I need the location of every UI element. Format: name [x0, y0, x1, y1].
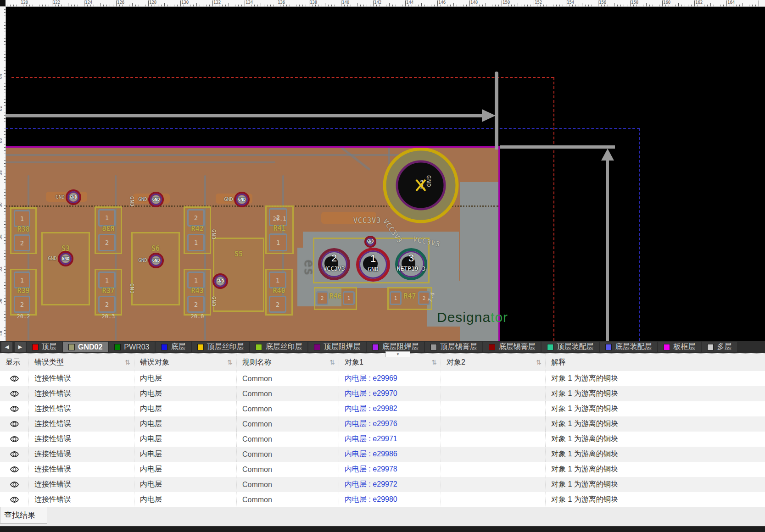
column-header-错误对象[interactable]: 错误对象⇅ — [134, 354, 236, 371]
mount-hole-pad[interactable]: 1 — [380, 144, 462, 227]
object1-link[interactable]: 内电层 : e29972 — [345, 480, 397, 489]
show-cell — [0, 462, 28, 477]
table-row[interactable]: 连接性错误内电层Common内电层 : e29976对象 1 为游离的铜块 — [0, 416, 765, 432]
column-header-规则名称[interactable]: 规则名称⇅ — [236, 354, 339, 371]
component-S6[interactable]: S6 — [131, 232, 180, 305]
object1-link[interactable]: 内电层 : e29976 — [345, 419, 397, 429]
find-results-tab[interactable]: 查找结果 — [0, 507, 47, 524]
panel-splitter-handle[interactable]: ▼ — [385, 351, 410, 357]
layer-scroll-right-button[interactable]: ▶ — [15, 342, 26, 352]
component-R36[interactable]: 1R362 — [95, 206, 122, 254]
layer-tab-多层[interactable]: 多层 — [702, 342, 737, 352]
visibility-eye-icon[interactable] — [10, 419, 19, 429]
layer-tab-PWR03[interactable]: PWR03 — [109, 342, 155, 352]
ruler-tick — [614, 3, 614, 6]
component-R47[interactable]: 12R477.4 — [387, 287, 432, 310]
component-pad[interactable]: 2 — [187, 296, 205, 313]
show-cell — [0, 371, 28, 386]
component-pad[interactable]: 2 — [269, 296, 286, 313]
connector-pad-3[interactable]: 3NETP19 3 — [395, 248, 427, 280]
component-pad[interactable]: 1 — [14, 272, 30, 288]
component-pad[interactable]: 1 — [187, 234, 205, 251]
via-GND[interactable]: GNDGND — [148, 192, 164, 207]
via-GND[interactable]: GND — [212, 273, 228, 289]
object1-link[interactable]: 内电层 : e29970 — [345, 389, 397, 399]
layer-tab-板框层[interactable]: 板框层 — [658, 342, 701, 352]
component-pad[interactable]: 1 — [98, 209, 116, 227]
component-R37[interactable]: 1R37220.3 — [95, 269, 122, 316]
visibility-eye-icon[interactable] — [10, 374, 19, 383]
component-pad[interactable]: 1 — [98, 272, 116, 288]
layer-tab-顶层[interactable]: 顶层 — [27, 342, 62, 352]
via-GND[interactable]: GNDGND — [148, 253, 164, 268]
component-pad[interactable]: 2 — [98, 234, 116, 251]
object1-link[interactable]: 内电层 : e29986 — [345, 449, 397, 459]
layer-tab-底层[interactable]: 底层 — [156, 342, 191, 352]
component-pad[interactable]: 2 — [14, 234, 30, 251]
layer-tab-底层装配层[interactable]: 底层装配层 — [600, 342, 657, 352]
column-header-错误类型[interactable]: 错误类型⇅ — [28, 354, 134, 371]
component-R38[interactable]: 1R382 — [10, 207, 37, 254]
table-row[interactable]: 连接性错误内电层Common内电层 : e29986对象 1 为游离的铜块 — [0, 447, 765, 462]
visibility-eye-icon[interactable] — [10, 480, 19, 489]
table-row[interactable]: 连接性错误内电层Common内电层 : e29972对象 1 为游离的铜块 — [0, 477, 765, 492]
connector-pad-1[interactable]: 1GND — [356, 248, 390, 282]
component-R40[interactable]: 1R402 — [265, 269, 293, 316]
visibility-eye-icon[interactable] — [10, 495, 19, 504]
layer-tab-GND02[interactable]: GND02 — [63, 342, 108, 352]
pcb-canvas[interactable]: 1R3821R39220.21R3621R37220.32R4211R43220… — [0, 0, 765, 341]
component-R39[interactable]: 1R39220.2 — [10, 269, 37, 316]
layer-tab-顶层装配层[interactable]: 顶层装配层 — [542, 342, 599, 352]
via-GND[interactable]: GNDGND — [58, 251, 73, 266]
layer-tab-顶层阻焊层[interactable]: 顶层阻焊层 — [308, 342, 366, 352]
dimension-line-v1[interactable] — [495, 72, 498, 150]
component-R46[interactable]: 21R46 — [314, 287, 357, 310]
dimension-line-h2[interactable] — [500, 145, 615, 149]
component-pad[interactable]: 1 — [269, 272, 286, 288]
connector-pad-2[interactable]: 2VCC3V3 — [318, 248, 350, 280]
via-GND[interactable]: GNDGND — [66, 189, 81, 205]
component-pad[interactable]: 1 — [187, 272, 205, 288]
object1-link[interactable]: 内电层 : e29969 — [345, 374, 397, 383]
layer-tab-顶层锡膏层[interactable]: 顶层锡膏层 — [425, 342, 482, 352]
component-pad[interactable]: 1 — [269, 233, 287, 251]
visibility-eye-icon[interactable] — [10, 404, 19, 414]
visibility-eye-icon[interactable] — [10, 465, 19, 474]
table-row[interactable]: 连接性错误内电层Common内电层 : e29969对象 1 为游离的铜块 — [0, 371, 765, 386]
visibility-eye-icon[interactable] — [10, 449, 19, 459]
visibility-eye-icon[interactable] — [10, 434, 19, 444]
component-pad[interactable]: 1 — [14, 210, 30, 227]
sort-icon[interactable]: ⇅ — [536, 359, 542, 366]
visibility-eye-icon[interactable] — [10, 389, 19, 399]
table-row[interactable]: 连接性错误内电层Common内电层 : e29982对象 1 为游离的铜块 — [0, 401, 765, 416]
object1-link[interactable]: 内电层 : e29971 — [345, 434, 397, 444]
layer-tab-底层丝印层[interactable]: 底层丝印层 — [250, 342, 307, 352]
table-row[interactable]: 连接性错误内电层Common内电层 : e29978对象 1 为游离的铜块 — [0, 462, 765, 477]
table-row[interactable]: 连接性错误内电层Common内电层 : e29970对象 1 为游离的铜块 — [0, 386, 765, 401]
sort-icon[interactable]: ⇅ — [227, 359, 233, 366]
component-pad[interactable]: 2 — [187, 209, 205, 227]
layer-tab-顶层丝印层[interactable]: 顶层丝印层 — [192, 342, 249, 352]
object1-link[interactable]: 内电层 : e29982 — [345, 404, 397, 414]
object1-link[interactable]: 内电层 : e29980 — [345, 495, 397, 504]
table-row[interactable]: 连接性错误内电层Common内电层 : e29971对象 1 为游离的铜块 — [0, 432, 765, 447]
layer-tab-底层锡膏层[interactable]: 底层锡膏层 — [483, 342, 541, 352]
component-S3[interactable]: S3 — [41, 232, 90, 305]
dimension-line-v2[interactable] — [606, 160, 609, 341]
layer-scroll-left-button[interactable]: ◀ — [1, 342, 12, 352]
layer-tab-底层阻焊层[interactable]: 底层阻焊层 — [367, 342, 424, 352]
object1-link[interactable]: 内电层 : e29978 — [345, 465, 397, 474]
sort-icon[interactable]: ⇅ — [125, 359, 130, 366]
table-row[interactable]: 连接性错误内电层Common内电层 : e29980对象 1 为游离的铜块 — [0, 492, 765, 507]
component-R41[interactable]: 220.1R411 — [265, 205, 294, 254]
component-R43[interactable]: 1R43220.0 — [184, 269, 211, 316]
sort-icon[interactable]: ⇅ — [329, 359, 335, 366]
component-pad[interactable]: 2 — [98, 296, 116, 313]
via-GND[interactable]: GND — [364, 236, 376, 248]
column-header-对象2[interactable]: 对象2⇅ — [441, 354, 545, 371]
sort-icon[interactable]: ⇅ — [431, 359, 437, 366]
via-GND[interactable]: GNDGND — [234, 192, 250, 207]
component-R42[interactable]: 2R421 — [184, 206, 211, 254]
component-pad[interactable]: 2 — [14, 296, 30, 313]
dimension-line-h1[interactable] — [4, 114, 484, 117]
